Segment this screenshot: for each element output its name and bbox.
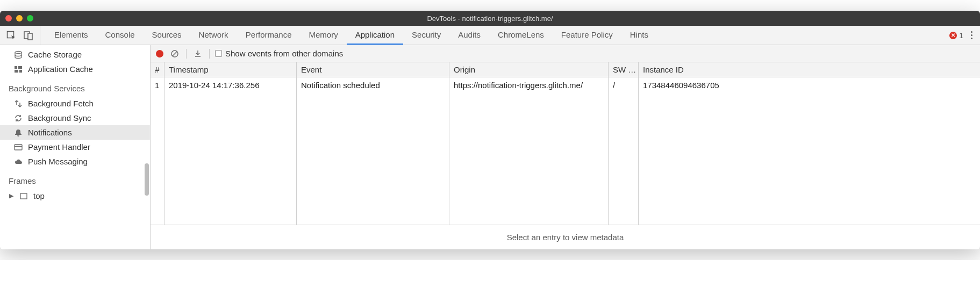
clear-icon[interactable] <box>169 48 181 60</box>
card-icon <box>14 143 23 152</box>
svg-rect-5 <box>18 66 22 69</box>
sidebar-item-label: Payment Handler <box>28 142 90 152</box>
tab-network[interactable]: Network <box>190 26 237 45</box>
devtools-window: DevTools - notification-triggers.glitch.… <box>0 11 980 249</box>
cell-number[interactable]: 1 <box>151 77 164 225</box>
minimize-window-button[interactable] <box>16 15 23 21</box>
frame-icon <box>19 192 28 200</box>
error-count: 1 <box>959 31 963 40</box>
sidebar-item-push-messaging[interactable]: Push Messaging <box>0 154 150 169</box>
tab-memory[interactable]: Memory <box>301 26 347 45</box>
tab-sources[interactable]: Sources <box>144 26 190 45</box>
svg-rect-7 <box>19 70 22 73</box>
th-sw-scope[interactable]: SW … <box>609 62 639 77</box>
sidebar-item-background-sync[interactable]: Background Sync <box>0 111 150 125</box>
cell-timestamp[interactable]: 2019-10-24 14:17:36.256 <box>164 77 297 225</box>
tab-hints[interactable]: Hints <box>621 26 657 45</box>
panel-tabs: Elements Console Sources Network Perform… <box>46 26 657 45</box>
download-icon[interactable] <box>192 48 204 60</box>
tab-chromelens[interactable]: ChromeLens <box>489 26 553 45</box>
sync-icon <box>14 114 23 123</box>
tab-application[interactable]: Application <box>347 26 403 45</box>
th-origin[interactable]: Origin <box>449 62 609 77</box>
cell-event[interactable]: Notification scheduled <box>297 77 449 225</box>
sidebar-item-cache-storage[interactable]: Cache Storage <box>0 47 150 62</box>
th-number[interactable]: # <box>151 62 164 77</box>
sidebar-item-notifications[interactable]: Notifications <box>0 125 150 140</box>
tabbar-right: ✕ 1 <box>949 29 975 41</box>
main-content: Show events from other domains # Timesta… <box>151 45 980 249</box>
bell-icon <box>14 128 23 137</box>
tree-toggle-icon[interactable]: ▶ <box>9 192 14 199</box>
traffic-lights <box>5 15 33 21</box>
svg-rect-10 <box>20 193 27 199</box>
show-other-domains-checkbox[interactable]: Show events from other domains <box>215 49 343 58</box>
more-menu-icon[interactable] <box>969 29 975 41</box>
cell-instance-id[interactable]: 17348446094636705 <box>639 77 980 225</box>
sidebar-heading-background-services: Background Services <box>0 76 150 96</box>
svg-rect-6 <box>15 70 18 73</box>
table-header: # Timestamp Event Origin SW … Instance I… <box>151 62 980 77</box>
sidebar-scrollbar[interactable] <box>145 163 149 196</box>
titlebar: DevTools - notification-triggers.glitch.… <box>0 11 980 26</box>
events-toolbar: Show events from other domains <box>151 45 980 62</box>
svg-rect-8 <box>15 145 22 150</box>
sidebar-item-label: top <box>33 191 45 200</box>
toolbar-divider <box>186 49 187 59</box>
tab-security[interactable]: Security <box>403 26 449 45</box>
checkbox-label: Show events from other domains <box>225 49 343 58</box>
cell-sw-scope[interactable]: / <box>609 77 639 225</box>
sidebar-item-frame-top[interactable]: ▶ top <box>0 189 150 203</box>
application-sidebar: Cache Storage Application Cache Backgrou… <box>0 45 151 249</box>
sidebar-heading-frames: Frames <box>0 169 150 189</box>
sidebar-item-label: Background Sync <box>28 113 91 123</box>
sidebar-item-label: Notifications <box>28 128 72 137</box>
device-toolbar-icon[interactable] <box>23 30 34 41</box>
svg-point-3 <box>15 51 22 53</box>
svg-rect-4 <box>15 66 17 69</box>
metadata-hint: Select an entry to view metadata <box>151 225 980 249</box>
sidebar-item-label: Push Messaging <box>28 157 88 166</box>
record-button[interactable] <box>156 50 163 57</box>
tab-feature-policy[interactable]: Feature Policy <box>553 26 621 45</box>
tab-elements[interactable]: Elements <box>46 26 97 45</box>
checkbox-box[interactable] <box>215 50 222 57</box>
sidebar-item-label: Background Fetch <box>28 99 94 108</box>
main-tabbar: Elements Console Sources Network Perform… <box>0 26 980 45</box>
tabbar-tools <box>5 26 40 45</box>
sidebar-item-label: Cache Storage <box>28 50 82 59</box>
sidebar-item-background-fetch[interactable]: Background Fetch <box>0 96 150 111</box>
sidebar-item-application-cache[interactable]: Application Cache <box>0 62 150 76</box>
inspect-element-icon[interactable] <box>5 30 17 41</box>
th-timestamp[interactable]: Timestamp <box>164 62 297 77</box>
th-instance-id[interactable]: Instance ID <box>639 62 980 77</box>
toolbar-divider <box>209 49 210 59</box>
svg-rect-9 <box>15 146 22 147</box>
tab-performance[interactable]: Performance <box>237 26 301 45</box>
table-body: 1 2019-10-24 14:17:36.256 Notification s… <box>151 77 980 225</box>
th-event[interactable]: Event <box>297 62 449 77</box>
svg-line-12 <box>173 52 177 56</box>
database-icon <box>14 51 23 59</box>
maximize-window-button[interactable] <box>27 15 33 21</box>
svg-rect-2 <box>28 33 32 40</box>
events-table: # Timestamp Event Origin SW … Instance I… <box>151 62 980 249</box>
cell-origin[interactable]: https://notification-triggers.glitch.me/ <box>449 77 609 225</box>
cloud-icon <box>14 157 23 166</box>
close-window-button[interactable] <box>5 15 12 21</box>
window-title: DevTools - notification-triggers.glitch.… <box>427 15 553 23</box>
sidebar-item-label: Application Cache <box>28 64 93 74</box>
error-icon: ✕ <box>949 32 957 39</box>
fetch-icon <box>14 99 23 108</box>
tab-audits[interactable]: Audits <box>449 26 489 45</box>
error-badge[interactable]: ✕ 1 <box>949 31 963 40</box>
sidebar-item-payment-handler[interactable]: Payment Handler <box>0 140 150 154</box>
tab-console[interactable]: Console <box>97 26 144 45</box>
panel-body: Cache Storage Application Cache Backgrou… <box>0 45 980 249</box>
grid-icon <box>14 65 23 74</box>
